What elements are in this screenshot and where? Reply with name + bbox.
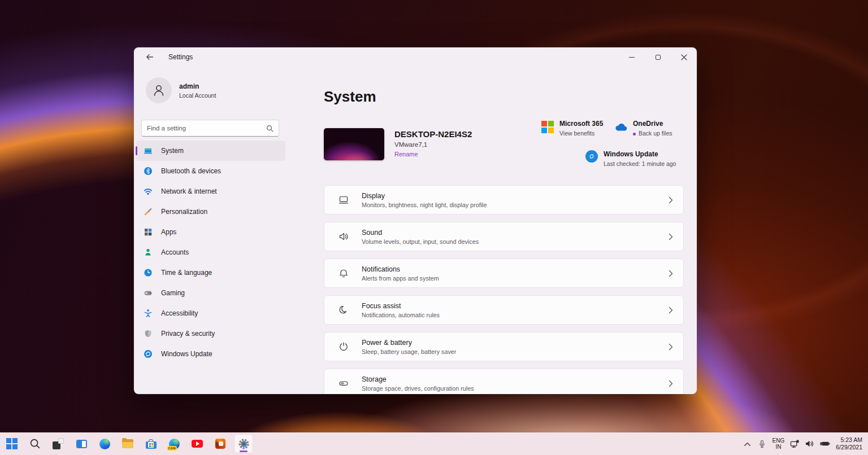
accessibility-person-icon <box>143 309 153 318</box>
chevron-right-icon <box>669 343 673 351</box>
search-icon <box>29 438 41 449</box>
page-title: System <box>324 88 376 106</box>
widgets-icon <box>76 440 87 448</box>
settings-window: Settings <box>134 47 697 394</box>
gear-icon <box>238 438 250 450</box>
start-button[interactable] <box>3 435 21 453</box>
system-tray: ENG IN <box>743 436 868 451</box>
system-icon <box>143 146 153 156</box>
search-icon[interactable] <box>266 125 274 132</box>
account-card[interactable]: admin Local Account <box>146 77 216 103</box>
nav-item-windows-update[interactable]: Windows Update <box>136 344 285 364</box>
clock[interactable]: 5:23 AM 6/29/2021 <box>836 436 862 451</box>
card-notifications[interactable]: Notifications Alerts from apps and syste… <box>324 259 684 288</box>
nav-item-personalization[interactable]: Personalization <box>136 202 285 222</box>
bell-icon <box>338 268 349 279</box>
file-explorer-button[interactable] <box>119 435 137 453</box>
apps-grid-icon <box>143 228 153 237</box>
chevron-right-icon <box>669 270 673 277</box>
window-title: Settings <box>168 53 193 61</box>
storage-drive-icon <box>338 378 349 389</box>
device-name: DESKTOP-N2EI4S2 <box>394 129 472 139</box>
shield-icon <box>143 329 153 339</box>
search-input[interactable] <box>147 125 266 132</box>
office-button[interactable] <box>211 435 229 453</box>
account-type: Local Account <box>179 92 216 99</box>
nav-item-bluetooth-devices[interactable]: Bluetooth & devices <box>136 161 285 181</box>
ethernet-icon <box>790 440 800 448</box>
network-tray-button[interactable] <box>790 440 800 448</box>
chevron-right-icon <box>669 307 673 314</box>
close-button[interactable] <box>671 47 697 67</box>
brush-icon <box>143 207 153 217</box>
tray-date: 6/29/2021 <box>836 444 862 451</box>
nav-item-privacy-security[interactable]: Privacy & security <box>136 323 285 344</box>
nav-label: System <box>161 147 184 155</box>
card-title: Notifications <box>362 265 439 273</box>
device-thumbnail <box>324 128 384 160</box>
settings-taskbar-button[interactable] <box>235 435 253 453</box>
ms365-title: Microsoft 365 <box>559 120 603 128</box>
widgets-button[interactable] <box>72 435 90 453</box>
minimize-icon <box>629 57 635 58</box>
folder-icon <box>122 439 133 448</box>
task-view-button[interactable] <box>49 435 67 453</box>
microsoft-365-promo[interactable]: Microsoft 365 View benefits <box>541 120 603 137</box>
nav-item-accounts[interactable]: Accounts <box>136 242 285 262</box>
card-subtitle: Storage space, drives, configuration rul… <box>362 385 474 392</box>
nav-item-accessibility[interactable]: Accessibility <box>136 303 285 323</box>
nav-item-network-internet[interactable]: Network & internet <box>136 181 285 202</box>
settings-card-list: Display Monitors, brightness, night ligh… <box>324 185 684 394</box>
gamepad-icon <box>143 288 153 298</box>
card-storage[interactable]: Storage Storage space, drives, configura… <box>324 369 684 394</box>
rename-link[interactable]: Rename <box>394 151 418 158</box>
windows-logo-icon <box>6 438 18 449</box>
device-model: VMware7,1 <box>394 141 472 148</box>
language-line2: IN <box>772 444 785 450</box>
microsoft-store-button[interactable] <box>142 435 160 453</box>
edge-canary-button[interactable]: CAN <box>165 435 183 453</box>
onedrive-backup-link[interactable]: Back up files <box>633 130 672 137</box>
search-button[interactable] <box>26 435 44 453</box>
taskbar: CAN <box>0 432 868 455</box>
chevron-right-icon <box>669 196 673 204</box>
bluetooth-icon <box>143 167 153 176</box>
maximize-button[interactable] <box>645 47 671 67</box>
edge-button[interactable] <box>96 435 114 453</box>
back-button[interactable] <box>142 50 157 64</box>
card-display[interactable]: Display Monitors, brightness, night ligh… <box>324 185 684 215</box>
microphone-tray-button[interactable] <box>758 440 767 448</box>
edge-icon <box>99 439 110 449</box>
tray-overflow-button[interactable] <box>743 441 752 447</box>
windows-update-icon <box>143 349 153 359</box>
status-dot <box>633 133 636 135</box>
canary-badge: CAN <box>167 446 177 450</box>
onedrive-promo[interactable]: OneDrive Back up files <box>614 120 672 137</box>
nav-item-system[interactable]: System <box>136 141 285 161</box>
windows-update-promo[interactable]: Windows Update Last checked: 1 minute ag… <box>585 150 676 167</box>
youtube-button[interactable] <box>188 435 206 453</box>
task-view-icon <box>53 438 64 449</box>
card-subtitle: Notifications, automatic rules <box>362 312 440 318</box>
youtube-icon <box>192 440 203 448</box>
nav-item-gaming[interactable]: Gaming <box>136 283 285 303</box>
titlebar: Settings <box>134 47 697 67</box>
chevron-right-icon <box>669 233 673 240</box>
card-focus-assist[interactable]: Focus assist Notifications, automatic ru… <box>324 295 684 325</box>
update-status: Last checked: 1 minute ago <box>604 160 676 167</box>
card-title: Display <box>362 192 487 200</box>
chevron-right-icon <box>669 380 673 387</box>
language-indicator[interactable]: ENG IN <box>772 438 785 450</box>
nav-label: Privacy & security <box>161 330 215 338</box>
card-sound[interactable]: Sound Volume levels, output, input, soun… <box>324 222 684 251</box>
volume-tray-button[interactable] <box>805 440 814 448</box>
minimize-button[interactable] <box>619 47 645 67</box>
nav-item-apps[interactable]: Apps <box>136 222 285 242</box>
ms365-view-benefits-link[interactable]: View benefits <box>559 130 603 137</box>
battery-tray-button[interactable] <box>820 440 830 447</box>
card-power-battery[interactable]: Power & battery Sleep, battery usage, ba… <box>324 332 684 361</box>
card-title: Focus assist <box>362 302 440 310</box>
nav-label: Apps <box>161 228 176 236</box>
nav-item-time-language[interactable]: Time & language <box>136 262 285 283</box>
nav-label: Personalization <box>161 208 207 216</box>
